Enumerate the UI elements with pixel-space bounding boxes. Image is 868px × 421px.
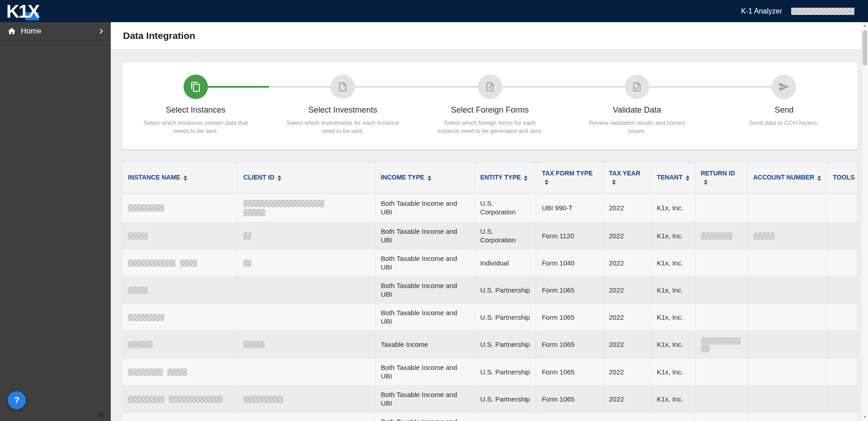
cell-tax-year-text: 2022	[609, 286, 624, 294]
step-label-select-instances: Select Instances	[166, 105, 226, 115]
cell-tax-form-type-text: Form 1065	[542, 368, 575, 376]
table-row-1[interactable]: Both Taxable Income and UBIU.S. Corporat…	[123, 193, 858, 222]
step-send: SendSend data to CCH Axcess.	[711, 62, 858, 149]
cell-income-type: Both Taxable Income and UBI	[375, 249, 475, 276]
column-header-label: ENTITY TYPE	[480, 174, 521, 181]
column-header-instance-name[interactable]: INSTANCE NAME	[123, 162, 238, 194]
column-header-client-id[interactable]: CLIENT ID	[238, 162, 375, 194]
cell-tenant-text: K1x, Inc.	[657, 313, 683, 321]
cell-tax-form-type-text: Form 1065	[542, 313, 575, 321]
cell-tax-form-type-text: Form 1040	[542, 259, 575, 267]
table-row-5[interactable]: Both Taxable Income and UBIU.S. Partners…	[123, 303, 858, 331]
table-row-9[interactable]: Both Taxable Income and UBI	[123, 412, 858, 421]
scroll-down-arrow[interactable]: ▼	[862, 414, 868, 421]
cell-return-id	[695, 385, 747, 412]
step-description-validate-data: Review validation results and correct is…	[580, 119, 694, 135]
cell-instance-name	[123, 303, 238, 331]
column-header-entity-type[interactable]: ENTITY TYPE	[475, 162, 536, 194]
table-row-7[interactable]: Both Taxable Income and UBIU.S. Partners…	[123, 358, 858, 385]
cell-tax-form-type: Form 1065	[536, 331, 603, 358]
cell-tax-year-text: 2022	[609, 232, 624, 240]
cell-tax-form-type-text: Form 1065	[542, 286, 575, 294]
column-header-return-id[interactable]: RETURN ID	[695, 162, 747, 194]
cell-income-type-text: Both Taxable Income and UBI	[381, 199, 457, 216]
step-circle-send[interactable]	[772, 75, 796, 99]
cell-return-id	[695, 222, 747, 249]
sidebar: Home ? «	[0, 22, 111, 421]
table-row-4[interactable]: Both Taxable Income and UBIU.S. Partners…	[123, 276, 858, 303]
column-header-account-number[interactable]: ACCOUNT NUMBER	[747, 162, 827, 194]
step-select-investments: Select InvestmentsSelect which investmen…	[269, 62, 416, 149]
topbar-right: K-1 Analyzer	[741, 7, 854, 15]
cell-tenant-text: K1x, Inc.	[657, 204, 683, 212]
cell-income-type: Both Taxable Income and UBI	[375, 385, 475, 412]
step-circle-select-instances[interactable]	[184, 75, 208, 99]
copy-icon	[190, 81, 201, 92]
cell-tax-form-type-text: Form 1120	[542, 232, 574, 240]
step-circle-validate-data[interactable]	[625, 75, 649, 99]
instances-table: INSTANCE NAMECLIENT IDINCOME TYPEENTITY …	[122, 162, 858, 421]
cell-tenant: K1x, Inc.	[651, 276, 695, 303]
cell-income-type: Both Taxable Income and UBI	[375, 193, 475, 222]
vertical-scrollbar[interactable]: ▲ ▼	[861, 22, 868, 421]
cell-client-id	[238, 222, 375, 249]
table-row-6[interactable]: Taxable IncomeU.S. PartnershipForm 10652…	[123, 331, 858, 358]
stepper: Select InstancesSelect which instances c…	[122, 62, 858, 149]
sort-icon	[686, 175, 689, 181]
redacted-text	[753, 232, 775, 240]
cell-client-id	[238, 303, 375, 331]
step-circle-select-foreign-forms[interactable]	[478, 75, 502, 99]
cell-return-id	[695, 276, 747, 303]
redacted-text	[167, 369, 187, 376]
cell-tools	[827, 331, 858, 358]
cell-entity-type-text: U.S. Partnership	[480, 286, 530, 294]
k1x-logo[interactable]: K1X	[0, 0, 45, 22]
cell-tools	[827, 385, 858, 412]
user-name-redacted[interactable]	[791, 8, 854, 15]
step-label-select-foreign-forms: Select Foreign Forms	[451, 105, 528, 115]
cell-entity-type-text: U.S. Partnership	[480, 395, 530, 403]
table-row-8[interactable]: Both Taxable Income and UBIU.S. Partners…	[123, 385, 858, 412]
cell-tax-year: 2022	[603, 222, 651, 249]
page-header: Data Integration	[111, 22, 868, 50]
cell-tax-form-type: Form 1065	[536, 276, 603, 303]
help-label: ?	[14, 395, 19, 405]
column-header-tax-year[interactable]: TAX YEAR	[603, 162, 651, 194]
redacted-line	[753, 232, 822, 240]
cell-tools	[827, 303, 858, 331]
step-circle-select-investments[interactable]	[330, 75, 355, 99]
redacted-text	[128, 314, 164, 321]
cell-entity-type: U.S. Partnership	[475, 303, 536, 331]
column-header-tax-form-type[interactable]: TAX FORM TYPE	[536, 162, 603, 194]
redacted-text	[243, 341, 265, 348]
table-row-2[interactable]: Both Taxable Income and UBIU.S. Corporat…	[123, 222, 858, 249]
cell-account-number	[747, 358, 827, 385]
cell-income-type-text: Both Taxable Income and UBI	[381, 391, 457, 407]
step-description-select-instances: Select which instances contain data that…	[139, 119, 253, 135]
help-button[interactable]: ?	[8, 391, 26, 409]
cell-tax-form-type: Form 1065	[536, 358, 603, 385]
cell-instance-name	[123, 412, 238, 421]
cell-entity-type: U.S. Partnership	[475, 358, 536, 385]
cell-tenant	[651, 412, 695, 421]
column-header-label: TOOLS	[833, 174, 854, 181]
table-row-3[interactable]: Both Taxable Income and UBIIndividualFor…	[123, 249, 858, 276]
collapse-sidebar-button[interactable]: «	[98, 407, 104, 419]
cell-tax-year: 2022	[603, 249, 651, 276]
scroll-up-arrow[interactable]: ▲	[862, 23, 868, 29]
cell-entity-type: U.S. Partnership	[475, 385, 536, 412]
column-header-tenant[interactable]: TENANT	[651, 162, 695, 194]
cell-client-id	[238, 385, 375, 412]
redacted-text	[128, 396, 164, 403]
cell-income-type-text: Both Taxable Income and UBI	[381, 418, 457, 421]
scrollbar-thumb[interactable]	[863, 30, 867, 66]
cell-income-type-text: Both Taxable Income and UBI	[381, 309, 457, 326]
cell-return-id	[695, 249, 747, 276]
cell-return-id	[695, 331, 747, 358]
cell-income-type-text: Both Taxable Income and UBI	[381, 227, 457, 244]
redacted-line	[243, 208, 369, 216]
step-label-validate-data: Validate Data	[613, 105, 661, 115]
column-header-income-type[interactable]: INCOME TYPE	[375, 162, 475, 194]
sidebar-item-home[interactable]: Home	[0, 22, 111, 41]
app-body: Home ? « Data Integration Select Instanc…	[0, 22, 868, 421]
